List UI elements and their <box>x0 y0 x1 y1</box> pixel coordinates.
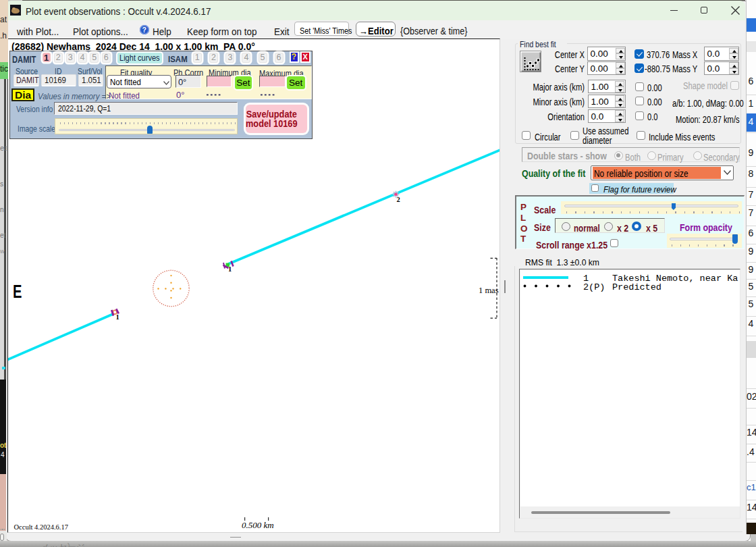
svg-text:1 mas: 1 mas <box>479 286 499 295</box>
svg-text:Occult 4.2024.6.17: Occult 4.2024.6.17 <box>14 523 69 531</box>
svg-text:1: 1 <box>228 265 232 273</box>
svg-text:2: 2 <box>397 196 400 203</box>
svg-text:1: 1 <box>116 313 119 321</box>
svg-text:0.500 km: 0.500 km <box>242 520 274 530</box>
